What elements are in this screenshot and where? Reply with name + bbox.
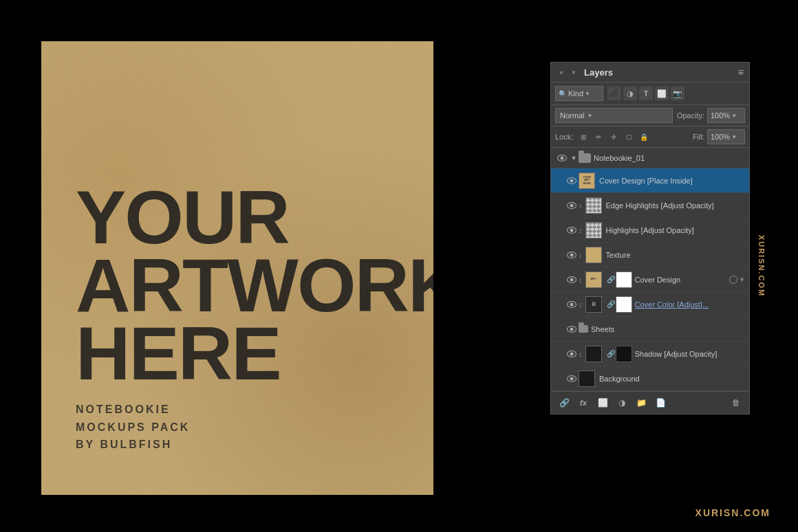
layer-thumb-2 (585, 222, 602, 239)
blend-mode-value: Normal (560, 111, 584, 120)
layer-link-icon-5: 🔗 (606, 300, 616, 308)
opacity-control: Opacity: 100% ▼ (677, 108, 745, 123)
filter-type-icon[interactable]: T (639, 87, 653, 100)
visibility-icon-4[interactable] (565, 273, 579, 287)
new-layer-icon[interactable]: 📄 (653, 395, 668, 410)
layer-arrow-icon-4: ↕ (579, 276, 583, 284)
search-icon: 🔍 (559, 90, 567, 98)
visibility-icon-6[interactable] (565, 322, 579, 336)
layer-mask-thumb-4 (616, 271, 632, 288)
blend-bar: Normal ▼ Opacity: 100% ▼ (551, 105, 749, 126)
delete-layer-icon[interactable]: 🗑 (729, 395, 744, 410)
filter-smart-icon[interactable]: 📷 (671, 87, 684, 100)
add-mask-icon[interactable]: ⬜ (595, 395, 610, 410)
blend-chevron: ▼ (587, 113, 592, 119)
layer-name-6: Sheets (591, 325, 745, 333)
visibility-icon-5[interactable] (565, 298, 579, 311)
layer-name-2: Highlights [Adjust Opacity] (606, 226, 746, 234)
collapse-icon[interactable]: « (557, 67, 566, 77)
visibility-icon-8[interactable] (565, 372, 579, 386)
notebook-cover: YOUR ARTWORK HERE NOTEBOOKIE MOCKUPS PAC… (41, 41, 433, 495)
filter-icons: ⬛ ◑ T ⬜ 📷 (607, 87, 684, 100)
layers-panel: « × Layers ≡ 🔍 Kind ▼ ⬛ ◑ T ⬜ 📷 Normal ▼… (550, 62, 750, 414)
layer-chevron-4: ▼ (739, 276, 745, 283)
opacity-label: Opacity: (677, 111, 704, 120)
lock-all-icon[interactable]: 🔒 (638, 131, 650, 143)
layer-name-4: Cover Design (635, 276, 727, 284)
kind-label: Kind (568, 89, 583, 98)
fill-input[interactable]: 100% ▼ (707, 129, 745, 144)
layer-texture[interactable]: ↕ Texture (551, 243, 749, 267)
visibility-icon-0[interactable] (565, 174, 579, 188)
layer-name-1: Edge Highlights [Adjust Opacity] (606, 201, 746, 210)
folder-icon (579, 153, 591, 163)
visibility-icon-7[interactable] (565, 347, 579, 361)
filter-shape-icon[interactable]: ⬜ (655, 87, 669, 100)
layer-thumb-8 (579, 370, 595, 387)
notebook-subtitle: NOTEBOOKIE MOCKUPS PACK BY BULBFISH (76, 401, 399, 454)
lock-position-icon[interactable]: ✛ (607, 131, 620, 143)
layer-mask-thumb-7 (616, 346, 632, 362)
visibility-icon-2[interactable] (565, 223, 579, 237)
layer-arrow-icon-2: ↕ (579, 226, 583, 234)
layer-group-notebookie[interactable]: ▼ Notebookie_01 (551, 148, 749, 168)
layer-thumb-5: 🖥 (585, 296, 602, 313)
smart-object-icon-4 (729, 276, 737, 284)
layer-link-icon-7: 🔗 (606, 350, 616, 357)
expand-icon[interactable]: ▼ (569, 155, 579, 162)
watermark-bottom: XURISN.COM (695, 507, 770, 518)
panel-footer: 🔗 fx ⬜ ◑ 📁 📄 🗑 (551, 391, 749, 414)
link-layers-icon[interactable]: 🔗 (557, 395, 572, 410)
fx-icon[interactable]: fx (576, 395, 591, 410)
layer-cover-design[interactable]: ↕ ART 🔗 Cover Design ▼ (551, 267, 749, 292)
layer-thumb-3 (585, 247, 602, 263)
layer-thumb-4: ART (585, 271, 602, 288)
layer-thumb-7 (585, 346, 602, 362)
layer-name-8: Background (599, 375, 745, 383)
panel-header-left: « × Layers (557, 67, 613, 78)
adjustment-icon[interactable]: ◑ (614, 395, 629, 410)
fill-label: Fill: (693, 133, 704, 141)
layer-name-3: Texture (606, 251, 746, 259)
lock-artboard-icon[interactable]: ⬡ (623, 131, 635, 143)
layer-link-icon-4: 🔗 (606, 276, 616, 283)
panel-collapse-icons: « × (557, 67, 579, 77)
lock-transparency-icon[interactable]: ⊞ (577, 131, 590, 143)
layer-name-group: Notebookie_01 (594, 154, 745, 162)
layer-background[interactable]: Background (551, 366, 749, 391)
layer-list: ▼ Notebookie_01 YOURARTHERE Cover Design… (551, 148, 749, 391)
layer-cover-color[interactable]: ↕ 🖥 🔗 Cover Color [Adjust]... (551, 292, 749, 317)
layer-cover-design-inside[interactable]: YOURARTHERE Cover Design [Place Inside] (551, 168, 749, 193)
notebook-title: YOUR ARTWORK HERE (76, 183, 399, 387)
layer-arrow-icon-1: ↕ (579, 201, 583, 210)
kind-select[interactable]: 🔍 Kind ▼ (555, 86, 603, 101)
lock-label: Lock: (555, 133, 573, 141)
notebook-content: YOUR ARTWORK HERE NOTEBOOKIE MOCKUPS PAC… (41, 41, 433, 495)
filter-adjustment-icon[interactable]: ◑ (623, 87, 637, 100)
blend-mode-select[interactable]: Normal ▼ (555, 108, 673, 123)
chevron-down-icon: ▼ (585, 91, 590, 97)
visibility-icon-3[interactable] (565, 248, 579, 262)
panel-menu-icon[interactable]: ≡ (738, 67, 744, 78)
watermark-side: XURISN.COM (757, 235, 766, 297)
layer-edge-highlights[interactable]: ↕ Edge Highlights [Adjust Opacity] (551, 193, 749, 218)
visibility-icon-1[interactable] (565, 199, 579, 212)
layer-arrow-icon-3: ↕ (579, 251, 583, 259)
filter-bar: 🔍 Kind ▼ ⬛ ◑ T ⬜ 📷 (551, 82, 749, 105)
layer-highlights[interactable]: ↕ Highlights [Adjust Opacity] (551, 218, 749, 243)
layer-name-7: Shadow [Adjust Opacity] (635, 350, 746, 358)
layer-sheets[interactable]: Sheets (551, 317, 749, 342)
layer-mask-thumb-5 (616, 296, 632, 313)
layer-name-5: Cover Color [Adjust]... (635, 300, 746, 309)
new-group-icon[interactable]: 📁 (634, 395, 649, 410)
layer-shadow[interactable]: ↕ 🔗 Shadow [Adjust Opacity] (551, 342, 749, 366)
opacity-chevron: ▼ (731, 113, 737, 119)
layer-thumb-0: YOURARTHERE (579, 173, 595, 189)
panel-title: Layers (584, 67, 613, 78)
opacity-input[interactable]: 100% ▼ (707, 108, 745, 123)
close-icon[interactable]: × (569, 67, 579, 77)
visibility-icon-group[interactable] (555, 151, 569, 165)
lock-paint-icon[interactable]: ✏ (592, 131, 605, 143)
filter-pixel-icon[interactable]: ⬛ (607, 87, 621, 100)
folder-icon-sheets (579, 325, 588, 333)
